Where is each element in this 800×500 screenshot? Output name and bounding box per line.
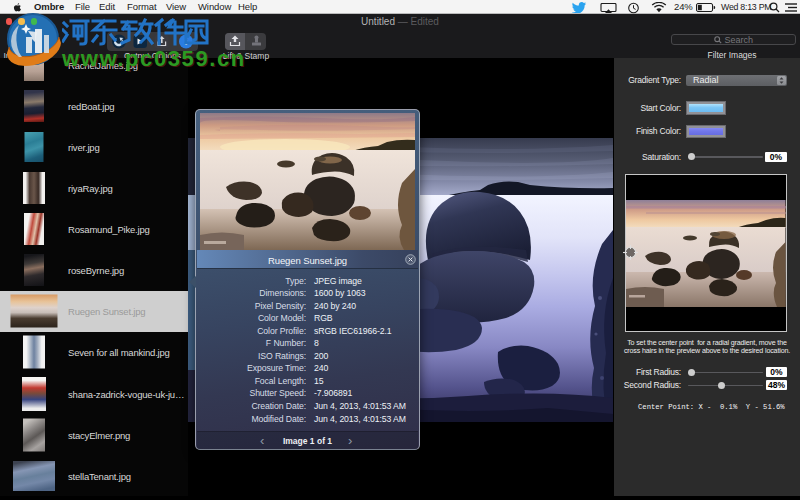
svg-text:i: i [185,37,188,47]
